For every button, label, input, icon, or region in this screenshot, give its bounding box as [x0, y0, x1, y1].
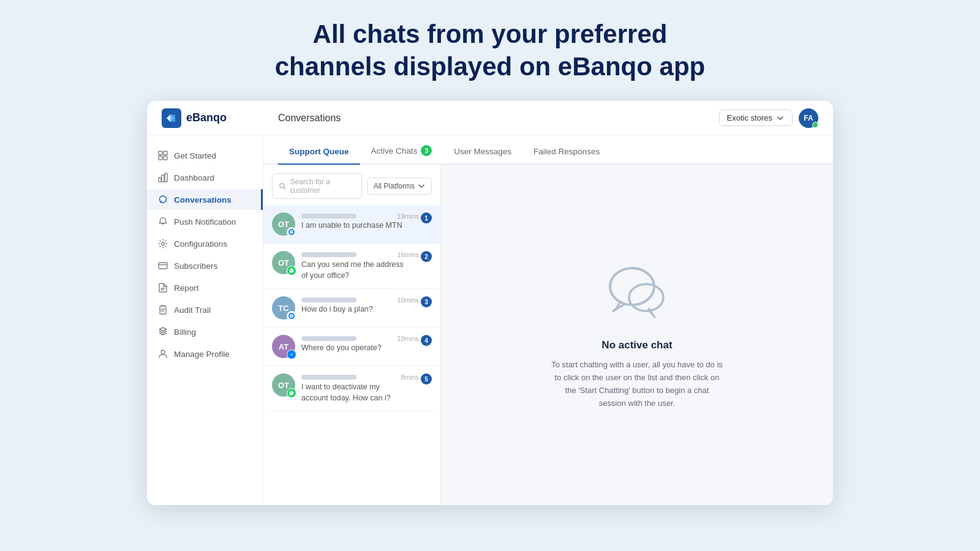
svg-point-13 [280, 184, 284, 188]
logo-icon [162, 108, 181, 128]
chat-number: 4 [421, 335, 432, 346]
chat-name-row: 8mins ago [301, 373, 432, 381]
layers-icon [158, 327, 168, 337]
chat-item[interactable]: OT [263, 205, 440, 244]
sidebar: Get Started Dashboard Conversations [147, 135, 263, 505]
filter-button[interactable]: All Platforms [367, 178, 432, 195]
chat-name-row: 10mins ago [301, 296, 432, 304]
chat-item[interactable]: AT [263, 328, 440, 366]
svg-rect-7 [165, 173, 167, 182]
sidebar-item-subscribers[interactable]: Subscribers [147, 255, 263, 276]
svg-point-12 [161, 350, 165, 354]
chat-item[interactable]: OT [263, 244, 440, 289]
avatar-wrap: OT [272, 212, 295, 236]
store-label: Exotic stores [727, 113, 772, 122]
top-bar-right: Exotic stores FA [719, 108, 818, 128]
chat-name-row: 10mins ago [301, 335, 432, 342]
tab-support-queue[interactable]: Support Queue [278, 137, 360, 165]
chat-name-bar [301, 252, 356, 257]
chat-message: Where do you operate? [301, 343, 432, 352]
tab-user-messages[interactable]: User Messages [443, 137, 522, 165]
sidebar-label-report: Report [174, 283, 199, 293]
sidebar-item-push-notification[interactable]: Push Notification [147, 211, 263, 232]
user-icon [158, 349, 168, 359]
store-selector[interactable]: Exotic stores [719, 110, 793, 126]
search-icon [279, 182, 287, 190]
tab-active-chats[interactable]: Active Chats 3 [360, 135, 443, 165]
chevron-down-icon [776, 114, 785, 122]
sidebar-item-conversations[interactable]: Conversations [147, 189, 263, 210]
svg-rect-5 [159, 178, 161, 182]
logo-area: eBanqo [162, 108, 278, 128]
svg-point-19 [291, 354, 292, 355]
sidebar-item-billing[interactable]: Billing [147, 321, 263, 342]
chat-message: I am unable to purchase MTN [301, 221, 432, 230]
chat-number: 5 [421, 373, 432, 384]
chat-items: OT [263, 205, 440, 505]
sidebar-label-subscribers: Subscribers [174, 261, 217, 271]
sidebar-item-audit-trail[interactable]: Audit Trail [147, 299, 263, 320]
svg-rect-4 [164, 156, 167, 160]
sidebar-item-configurations[interactable]: Configurations [147, 233, 263, 254]
tab-failed-responses[interactable]: Failed Responses [522, 137, 611, 165]
no-chat-description: To start chatting with a user, all you h… [551, 359, 723, 410]
svg-point-8 [160, 196, 167, 203]
sidebar-label-get-started: Get Started [174, 151, 216, 160]
sidebar-label-audit-trail: Audit Trail [174, 305, 211, 315]
sidebar-label-manage-profile: Manage Profile [174, 350, 230, 359]
search-box[interactable]: Search for a customer [272, 173, 362, 199]
chat-name-row: 19mins ago [301, 212, 432, 220]
svg-rect-3 [159, 156, 162, 160]
svg-rect-10 [159, 263, 167, 269]
svg-rect-2 [164, 151, 167, 155]
chat-info: 16mins ago Can you send me the address o… [301, 251, 432, 281]
messenger-badge [287, 227, 296, 237]
svg-rect-6 [162, 175, 164, 182]
chat-number: 2 [421, 251, 432, 262]
sidebar-item-dashboard[interactable]: Dashboard [147, 167, 263, 188]
chat-info: 8mins ago I want to deactivate my accoun… [301, 373, 432, 403]
clipboard-icon [158, 305, 168, 315]
chat-panel: Search for a customer All Platforms [263, 165, 833, 505]
sidebar-label-conversations: Conversations [174, 195, 232, 204]
chat-info: 19mins ago I am unable to purchase MTN [301, 212, 432, 230]
avatar-wrap: AT [272, 335, 295, 358]
svg-point-20 [292, 354, 293, 355]
whatsapp-badge [287, 388, 296, 398]
logo-text: eBanqo [186, 111, 227, 124]
chat-message: I want to deactivate my account today. H… [301, 382, 432, 403]
top-bar: eBanqo Conversations Exotic stores FA [147, 101, 833, 135]
avatar-wrap: OT [272, 373, 295, 397]
user-avatar[interactable]: FA [799, 108, 818, 128]
livechat-badge [287, 350, 296, 359]
no-active-chat-panel: No active chat To start chatting with a … [441, 165, 833, 505]
chat-item[interactable]: OT [263, 366, 440, 411]
messenger-badge [287, 311, 296, 321]
sidebar-item-report[interactable]: Report [147, 277, 263, 298]
bell-icon [158, 217, 168, 227]
page-headline: All chats from your preferred channels d… [275, 18, 705, 83]
svg-rect-1 [159, 151, 162, 155]
sidebar-item-manage-profile[interactable]: Manage Profile [147, 343, 263, 364]
chat-item[interactable]: TC [263, 289, 440, 328]
credit-card-icon [158, 261, 168, 271]
chat-list: Search for a customer All Platforms [263, 165, 441, 505]
svg-point-23 [629, 284, 663, 311]
chat-name-bar [301, 298, 356, 302]
content-area: Support Queue Active Chats 3 User Messag… [263, 135, 833, 505]
chat-info: 10mins ago How do i buy a plan? [301, 296, 432, 313]
main-layout: Get Started Dashboard Conversations [147, 135, 833, 505]
chat-message: Can you send me the address of your offi… [301, 260, 432, 281]
no-chat-title: No active chat [601, 339, 672, 351]
sidebar-item-get-started[interactable]: Get Started [147, 145, 263, 166]
chat-name-bar [301, 375, 356, 380]
avatar-wrap: OT [272, 251, 295, 274]
chat-number: 3 [421, 296, 432, 307]
message-circle-icon [158, 195, 168, 204]
chat-number: 1 [421, 212, 432, 223]
sidebar-label-push-notification: Push Notification [174, 217, 236, 227]
svg-point-9 [162, 242, 165, 246]
search-placeholder: Search for a customer [290, 178, 355, 195]
active-chats-badge: 3 [421, 145, 432, 156]
bar-chart-icon [158, 173, 168, 182]
